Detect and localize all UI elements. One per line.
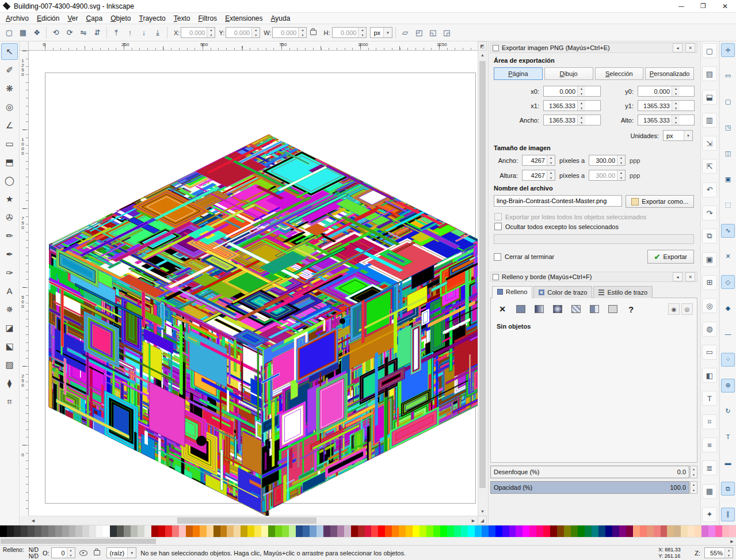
palette-color[interactable] [351,525,358,537]
radial-gradient-button[interactable] [550,302,565,316]
field-value[interactable]: 1365.333 [544,101,577,111]
y0-field[interactable]: 0.000 [638,86,695,97]
lock-ratio-icon[interactable] [310,30,316,35]
palette-color[interactable] [440,525,447,537]
field-value[interactable]: 0.000 [638,86,672,96]
menu-item[interactable]: Trayecto [135,13,170,24]
spinner[interactable] [251,28,260,37]
close-panel-icon[interactable] [685,43,695,52]
linear-gradient-button[interactable] [532,302,547,316]
export-units-dropdown[interactable]: px [663,130,693,141]
palette-color[interactable] [316,525,323,537]
undock-icon[interactable] [673,43,682,52]
palette-color[interactable] [138,525,144,537]
palette-color[interactable] [495,525,502,537]
blur-spinner[interactable] [690,466,697,478]
spinner[interactable] [672,101,680,111]
menu-item[interactable]: Archivo [2,13,33,24]
horizontal-scroll-thumb[interactable] [177,517,316,524]
x1-field[interactable]: 1365.333 [543,100,601,111]
palette-color[interactable] [550,525,557,537]
snap-line-midpoints[interactable]: ― [721,327,735,341]
layer-dropdown[interactable]: (raíz) [106,547,137,558]
menu-item[interactable]: Edición [33,13,63,24]
palette-color[interactable] [399,525,406,537]
field-value[interactable]: 0.000 [226,28,251,37]
text-tool[interactable]: A [1,283,18,299]
affect-stroke-icon[interactable]: ▱ [399,26,411,39]
palette-color[interactable] [468,525,475,537]
palette-color[interactable] [433,525,440,537]
palette-color[interactable] [275,525,282,537]
snap-path-intersections[interactable]: ✕ [721,250,735,264]
palette-color[interactable] [296,525,303,537]
spinner[interactable] [577,86,585,96]
palette-color[interactable] [695,525,701,537]
affect-gradient-icon[interactable]: ◱ [426,26,439,39]
palette-color[interactable] [124,525,131,537]
paste-icon[interactable]: ▣ [702,252,717,267]
fill-stroke-tab[interactable]: Color de trazo [533,286,592,298]
palette-color[interactable] [701,525,708,537]
palette-scrollbar[interactable] [0,537,736,545]
lower-to-bottom-icon[interactable]: ⤓ [151,26,164,39]
image-height-field[interactable]: 4267 [522,170,555,181]
palette-color[interactable] [303,525,310,537]
flip-vertical-icon[interactable]: ⇵ [91,26,104,39]
pen-tool[interactable]: ✒ [1,246,18,262]
palette-scroll-thumb[interactable] [1,539,156,544]
width-dpi-field[interactable]: 300.00 [589,155,626,166]
ellipse-tool[interactable]: ◯ [1,172,18,189]
object-opacity-field[interactable]: 0 [51,547,75,558]
spray-tool[interactable]: ✵ [1,301,18,318]
palette-color[interactable] [708,525,715,537]
palette-color[interactable] [179,525,186,537]
palette-color[interactable] [344,525,351,537]
snap-others[interactable]: ⁘ [721,353,735,367]
unknown-paint-button[interactable] [605,302,620,316]
snap-rotation-centers[interactable]: ↻ [721,405,735,418]
snap-guides[interactable]: ∥ [721,508,735,521]
print-icon[interactable]: ▥ [702,113,717,128]
palette-color[interactable] [523,525,529,537]
ruler-left[interactable]: 125010007505002500 [20,51,29,516]
snap-bbox-centers[interactable]: ▣ [721,172,735,186]
palette-color[interactable] [612,525,619,537]
field-value[interactable]: 0 [52,548,67,558]
palette-color[interactable] [661,525,668,537]
export-panel-header[interactable]: Exportar imagen PNG (Mayús+Ctrl+E) [490,43,697,53]
zoom-field[interactable]: 55% [704,547,733,558]
palette-color[interactable] [117,525,124,537]
eraser-tool[interactable]: ◪ [1,319,18,336]
layer-lock-icon[interactable] [94,550,100,555]
text-dialog-icon[interactable]: T [702,391,717,406]
palette-color[interactable] [536,525,543,537]
snap-enable[interactable]: ✛ [721,43,735,57]
measure-tool[interactable]: ∠ [1,117,18,134]
fill-stroke-tab[interactable]: Estilo de trazo [593,286,653,298]
palette-color[interactable] [475,525,482,537]
palette-color[interactable] [268,525,275,537]
spinner[interactable] [672,115,680,125]
scroll-up-arrow[interactable] [478,51,487,59]
scroll-left-arrow[interactable] [29,516,37,525]
area-height-field[interactable]: 1365.333 [638,115,695,125]
palette-color[interactable] [598,525,605,537]
palette-color[interactable] [261,525,268,537]
palette-color[interactable] [426,525,433,537]
field-value[interactable]: 4267 [523,170,547,180]
palette-color[interactable] [96,525,103,537]
zoom-tool[interactable]: ◎ [1,98,18,115]
export-icon[interactable]: ⇱ [702,159,717,174]
palette-color[interactable] [337,525,344,537]
fill-panel-header[interactable]: Relleno y borde (Mayús+Ctrl+F) [490,272,697,282]
x0-field[interactable]: 0.000 [543,86,601,97]
align-dialog-icon[interactable]: ≡ [702,437,717,452]
tweak-tool[interactable]: ❋ [1,80,18,97]
drawing-canvas[interactable] [29,51,478,516]
palette-color[interactable] [543,525,550,537]
opacity-slider[interactable]: Opacidad (%) 100.0 [490,481,689,494]
palette-color[interactable] [89,525,96,537]
ruler-corner[interactable] [20,41,29,51]
palette-color[interactable] [241,525,247,537]
